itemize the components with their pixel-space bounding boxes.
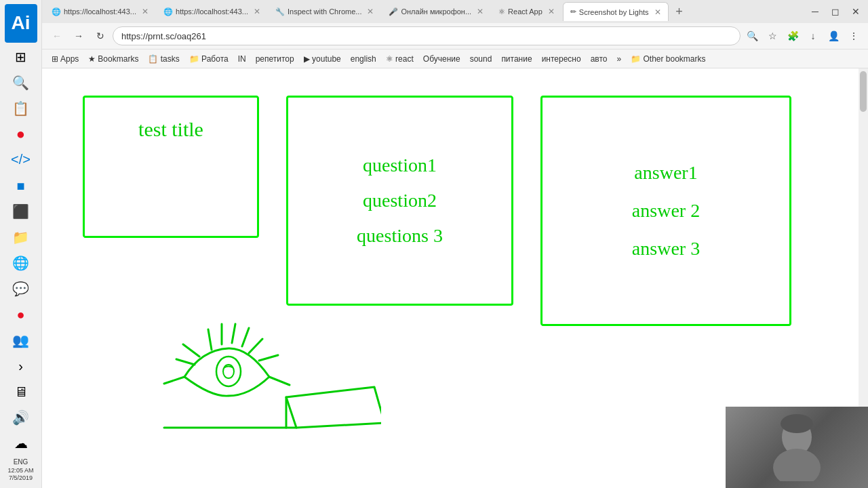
back-button[interactable]: ←: [47, 26, 66, 45]
answer-3-text: answer 3: [632, 238, 700, 260]
sidebar-icon-circle[interactable]: ●: [5, 123, 37, 146]
svg-line-6: [176, 359, 195, 365]
answers-card: answer1 answer 2 answer 3: [540, 96, 791, 326]
bookmark-repetitor[interactable]: репетитор: [252, 53, 298, 65]
svg-line-4: [249, 339, 262, 353]
svg-line-2: [232, 324, 235, 343]
sidebar-icon-tasks[interactable]: 📋: [5, 97, 37, 120]
tab-localhost-2[interactable]: 🌐 https://localhost:443... ✕: [157, 2, 267, 21]
svg-point-16: [781, 414, 813, 433]
bookmark-pitanie[interactable]: питание: [497, 53, 536, 65]
bookmark-in[interactable]: IN: [234, 53, 250, 65]
bookmark-youtube[interactable]: ▶ youtube: [300, 53, 345, 65]
drawing-svg: [123, 309, 381, 445]
scrollbar-thumb[interactable]: [860, 71, 867, 112]
new-tab-button[interactable]: +: [670, 2, 689, 21]
extension-icon[interactable]: 🧩: [784, 27, 802, 45]
svg-point-8: [216, 357, 241, 386]
svg-line-11: [269, 377, 290, 385]
cards-area: test title question1 question2 questions…: [42, 68, 868, 340]
tabs-bar: 🌐 https://localhost:443... ✕ 🌐 https://l…: [42, 0, 868, 23]
nav-extra-icon[interactable]: ↓: [804, 27, 822, 45]
tab-react[interactable]: ⚛ React App ✕: [492, 2, 561, 21]
refresh-button[interactable]: ↻: [91, 26, 110, 45]
nav-bar: ← → ↻ https://prnt.sc/oaq261 🔍 ☆ 🧩 ↓ 👤 ⋮: [42, 23, 868, 49]
settings-icon[interactable]: ⋮: [845, 27, 863, 45]
search-icon[interactable]: 🔍: [743, 27, 761, 45]
user-profile-icon[interactable]: 👤: [825, 27, 842, 45]
browser-chrome: 🌐 https://localhost:443... ✕ 🌐 https://l…: [42, 0, 868, 68]
time-display: 12:05 AM 7/5/2019: [7, 467, 33, 485]
bookmarks-bar: ⊞Apps ★Bookmarks 📋 tasks 📁 Работа IN реп…: [42, 49, 868, 68]
sidebar-icon-arrow[interactable]: ›: [5, 354, 37, 378]
sidebar-icon-chat[interactable]: 💬: [5, 277, 37, 300]
minimize-button[interactable]: ─: [806, 2, 825, 21]
language-indicator: ENG: [12, 457, 30, 467]
sidebar-icon-sound[interactable]: 🔊: [5, 406, 37, 429]
webcam-feed: [726, 407, 868, 488]
bookmark-avto[interactable]: авто: [587, 53, 612, 65]
bookmark-more[interactable]: »: [612, 53, 625, 65]
maximize-button[interactable]: ◻: [826, 2, 845, 21]
tab-screenshot[interactable]: ✏ Screenshot by Lights ✕: [563, 2, 669, 21]
sidebar-icon-red[interactable]: ⬛: [5, 200, 37, 223]
sidebar-icon-square[interactable]: ■: [5, 174, 37, 197]
sidebar: Ai ⊞ 🔍 📋 ● </> ■ ⬛ 📁 🌐 💬 ● 👥 › 🖥 🔊 ☁ ENG…: [0, 0, 42, 488]
address-bar[interactable]: https://prnt.sc/oaq261: [113, 26, 741, 45]
sidebar-icon-folder[interactable]: 📁: [5, 226, 37, 249]
bookmark-interesno[interactable]: интересно: [538, 53, 585, 65]
drawing-area: [123, 309, 381, 447]
nav-right-icons: 🔍 ☆ 🧩 ↓ 👤 ⋮: [743, 27, 863, 45]
webcam-overlay: [726, 407, 868, 488]
bookmark-rabota[interactable]: 📁 Работа: [185, 53, 233, 65]
answer-1-text: answer1: [634, 162, 697, 184]
svg-point-15: [773, 449, 821, 481]
sidebar-icon-windows[interactable]: ⊞: [5, 45, 37, 68]
svg-line-5: [183, 344, 199, 357]
bookmark-sound[interactable]: sound: [466, 53, 496, 65]
sidebar-icon-globe[interactable]: 🌐: [5, 251, 37, 274]
tab-microphone[interactable]: 🎤 Онлайн микрофон... ✕: [382, 2, 490, 21]
sidebar-icon-search[interactable]: 🔍: [5, 71, 37, 94]
svg-line-3: [242, 328, 249, 346]
sidebar-icon-red2[interactable]: ●: [5, 303, 37, 326]
svg-line-0: [208, 329, 212, 350]
answer-2-text: answer 2: [632, 200, 700, 222]
bookmark-english[interactable]: english: [347, 53, 380, 65]
questions-card: question1 question2 questions 3: [286, 96, 513, 306]
bookmark-star-icon[interactable]: ☆: [764, 27, 781, 45]
bookmark-other[interactable]: 📁 Other bookmarks: [627, 53, 709, 65]
bookmark-tasks[interactable]: 📋 tasks: [144, 53, 183, 65]
svg-line-7: [259, 355, 278, 361]
bookmark-apps[interactable]: ⊞Apps: [47, 53, 83, 65]
bookmark-react[interactable]: ⚛ react: [382, 53, 418, 65]
tab-localhost-1[interactable]: 🌐 https://localhost:443... ✕: [45, 2, 155, 21]
question-1-text: question1: [363, 155, 437, 176]
sidebar-icon-code[interactable]: </>: [5, 148, 37, 171]
title-card: test title: [83, 96, 259, 238]
page-content: test title question1 question2 questions…: [42, 68, 868, 488]
sidebar-icon-monitor[interactable]: 🖥: [5, 380, 37, 403]
sidebar-icon-cloud[interactable]: ☁: [5, 432, 37, 455]
tab-inspect-chrome[interactable]: 🔧 Inspect with Chrome... ✕: [269, 2, 380, 21]
title-card-text: test title: [138, 118, 203, 141]
bookmark-obuchenie[interactable]: Обучение: [419, 53, 465, 65]
sidebar-icon-users[interactable]: 👥: [5, 329, 37, 352]
app-logo[interactable]: Ai: [5, 4, 37, 43]
close-button[interactable]: ✕: [846, 2, 865, 21]
question-2-text: question2: [363, 190, 437, 211]
question-3-text: questions 3: [357, 225, 443, 247]
bookmark-bookmarks[interactable]: ★Bookmarks: [84, 53, 142, 65]
svg-line-10: [164, 377, 184, 384]
main-browser: 🌐 https://localhost:443... ✕ 🌐 https://l…: [42, 0, 868, 488]
forward-button[interactable]: →: [69, 26, 88, 45]
